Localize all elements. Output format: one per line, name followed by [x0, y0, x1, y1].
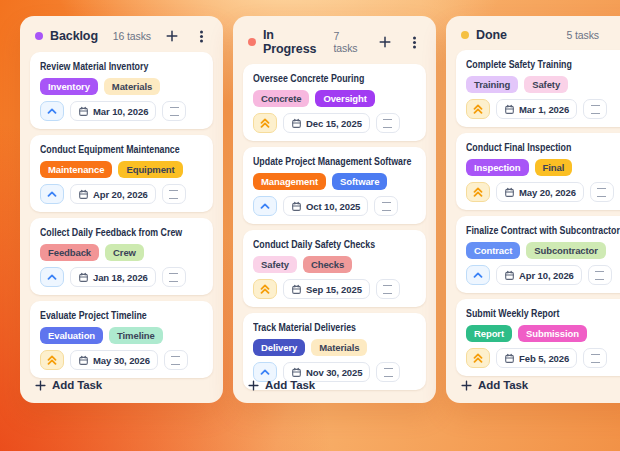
- card-meta-row: Mar 10, 2026: [40, 101, 203, 121]
- kebab-menu-icon: [200, 35, 203, 38]
- notes-button[interactable]: [162, 101, 186, 121]
- due-date: May 30, 2026: [93, 355, 150, 366]
- due-date: Dec 15, 2025: [306, 118, 362, 129]
- due-date-chip[interactable]: May 30, 2026: [70, 350, 158, 370]
- priority-button[interactable]: [253, 196, 277, 216]
- task-card[interactable]: Conduct Final Inspection Inspection Fina…: [456, 133, 620, 210]
- tag: Crew: [105, 244, 144, 261]
- priority-button[interactable]: [40, 267, 64, 287]
- task-title: Conduct Daily Safety Checks: [253, 238, 390, 251]
- card-meta-row: Feb 5, 2026: [466, 348, 620, 368]
- notes-button[interactable]: [583, 99, 607, 119]
- tag-list: Report Submission: [466, 325, 620, 342]
- priority-button[interactable]: [253, 279, 277, 299]
- column-header: Backlog 16 tasks: [30, 24, 213, 52]
- chevron-up-icon: [473, 191, 483, 197]
- calendar-icon: [78, 272, 89, 283]
- task-card[interactable]: Review Material Inventory Inventory Mate…: [30, 52, 213, 129]
- task-title: Update Project Management Software: [253, 155, 390, 168]
- tag: Equipment: [118, 161, 182, 178]
- task-title: Submit Weekly Report: [466, 307, 603, 320]
- due-date: Mar 1, 2026: [519, 104, 569, 115]
- due-date-chip[interactable]: Apr 20, 2026: [70, 184, 156, 204]
- add-card-button[interactable]: [377, 34, 393, 50]
- notes-icon: [597, 188, 606, 197]
- task-card[interactable]: Conduct Equipment Maintenance Maintenanc…: [30, 135, 213, 212]
- column-menu-button[interactable]: [193, 28, 209, 44]
- due-date: Apr 10, 2026: [519, 270, 574, 281]
- due-date-chip[interactable]: Feb 5, 2026: [496, 348, 577, 368]
- priority-button[interactable]: [466, 99, 490, 119]
- priority-button[interactable]: [466, 265, 490, 285]
- tag: Concrete: [253, 90, 309, 107]
- column-status-dot: [461, 31, 469, 39]
- column-status-dot: [248, 38, 256, 46]
- plus-icon: [461, 380, 472, 391]
- add-task-button[interactable]: Add Task: [30, 370, 213, 393]
- notes-button[interactable]: [374, 196, 398, 216]
- tag: Report: [466, 325, 512, 342]
- tag: Feedback: [40, 244, 99, 261]
- tag: Evaluation: [40, 327, 103, 344]
- kebab-menu-icon: [413, 41, 416, 44]
- notes-button[interactable]: [376, 113, 400, 133]
- tag: Delivery: [253, 339, 305, 356]
- priority-button[interactable]: [40, 184, 64, 204]
- task-card[interactable]: Collect Daily Feedback from Crew Feedbac…: [30, 218, 213, 295]
- priority-button[interactable]: [40, 350, 64, 370]
- add-task-label: Add Task: [52, 379, 102, 391]
- priority-button[interactable]: [40, 101, 64, 121]
- tag-list: Inspection Final: [466, 159, 620, 176]
- add-task-button[interactable]: Add Task: [456, 370, 620, 393]
- task-card[interactable]: Update Project Management Software Manag…: [243, 147, 426, 224]
- notes-icon: [591, 105, 600, 114]
- column-title: Backlog: [50, 29, 98, 43]
- column-header: In Progress 7 tasks: [243, 24, 426, 64]
- chevron-up-icon: [47, 274, 57, 280]
- add-card-button[interactable]: [164, 28, 180, 44]
- column-backlog: Backlog 16 tasks Review Material Invento…: [20, 16, 223, 403]
- tag-list: Delivery Materials: [253, 339, 416, 356]
- notes-button[interactable]: [162, 267, 186, 287]
- priority-button[interactable]: [253, 113, 277, 133]
- notes-icon: [171, 356, 180, 365]
- plus-icon: [379, 36, 391, 48]
- due-date-chip[interactable]: May 20, 2026: [496, 182, 584, 202]
- task-title: Evaluate Project Timeline: [40, 309, 177, 322]
- task-card[interactable]: Conduct Daily Safety Checks Safety Check…: [243, 230, 426, 307]
- task-title: Review Material Inventory: [40, 60, 177, 73]
- due-date-chip[interactable]: Apr 10, 2026: [496, 265, 582, 285]
- due-date-chip[interactable]: Jan 18, 2026: [70, 267, 156, 287]
- column-menu-button[interactable]: [406, 34, 422, 50]
- due-date-chip[interactable]: Mar 10, 2026: [70, 101, 156, 121]
- priority-button[interactable]: [466, 348, 490, 368]
- card-list: Oversee Concrete Pouring Concrete Oversi…: [243, 64, 426, 370]
- notes-icon: [169, 273, 178, 282]
- notes-button[interactable]: [376, 279, 400, 299]
- card-meta-row: Oct 10, 2025: [253, 196, 416, 216]
- notes-button[interactable]: [164, 350, 188, 370]
- notes-button[interactable]: [588, 265, 612, 285]
- tag: Inventory: [40, 78, 98, 95]
- task-title: Complete Safety Training: [466, 58, 603, 71]
- tag: Final: [535, 159, 573, 176]
- priority-button[interactable]: [466, 182, 490, 202]
- notes-button[interactable]: [590, 182, 614, 202]
- due-date-chip[interactable]: Sep 15, 2025: [283, 279, 370, 299]
- due-date-chip[interactable]: Oct 10, 2025: [283, 196, 368, 216]
- notes-icon: [169, 190, 178, 199]
- task-card[interactable]: Submit Weekly Report Report Submission F…: [456, 299, 620, 376]
- task-card[interactable]: Complete Safety Training Training Safety…: [456, 50, 620, 127]
- notes-button[interactable]: [162, 184, 186, 204]
- add-task-button[interactable]: Add Task: [243, 370, 426, 393]
- due-date-chip[interactable]: Mar 1, 2026: [496, 99, 577, 119]
- task-card[interactable]: Finalize Contract with Subcontractor Con…: [456, 216, 620, 293]
- due-date-chip[interactable]: Dec 15, 2025: [283, 113, 370, 133]
- task-card[interactable]: Oversee Concrete Pouring Concrete Oversi…: [243, 64, 426, 141]
- chevron-up-icon: [260, 122, 270, 128]
- due-date: Oct 10, 2025: [306, 201, 360, 212]
- notes-icon: [382, 202, 391, 211]
- task-card[interactable]: Evaluate Project Timeline Evaluation Tim…: [30, 301, 213, 378]
- column-status-dot: [35, 32, 43, 40]
- notes-button[interactable]: [583, 348, 607, 368]
